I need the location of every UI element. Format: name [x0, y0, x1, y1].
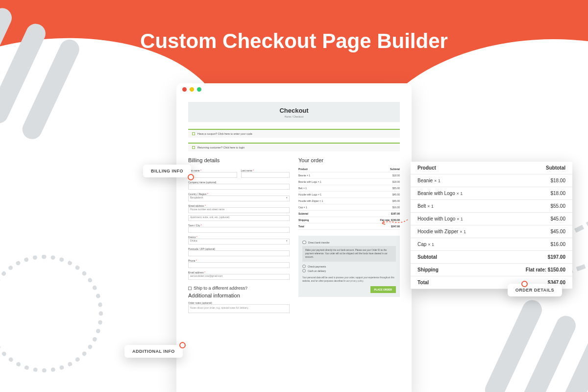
table-row: Cap × 1$16.00: [298, 204, 400, 211]
table-row: Hoodie with Zipper × 1$45.00: [298, 198, 400, 204]
zoom-subtotal-value: $197.00: [548, 254, 565, 260]
order-notes-field[interactable]: Notes about your order, e.g. special not…: [188, 304, 290, 313]
maximize-icon: [197, 87, 201, 92]
table-row: Hoodie with Logo × 1$45.00: [411, 213, 572, 225]
ship-different-label: Ship to a different address?: [194, 286, 247, 291]
callout-billing-info: BILLING INFO: [143, 165, 191, 177]
zoom-col-product: Product: [417, 165, 436, 171]
payment-bank-transfer[interactable]: Direct bank transfer: [302, 241, 396, 244]
order-column: Your order ProductSubtotal Beanie × 1$18…: [298, 156, 400, 313]
page-headline: Custom Checkout Page Builder: [0, 29, 588, 53]
breadcrumb: Home / Checkout: [188, 115, 400, 118]
table-row: Belt × 1$55.00: [298, 185, 400, 192]
zoom-subtotal-label: Subtotal: [417, 254, 437, 260]
table-row: Beanie × 1$18.00: [298, 172, 400, 179]
col-subtotal: Subtotal: [390, 168, 400, 171]
total-label: Total: [298, 225, 304, 228]
zoom-total-label: Total: [417, 280, 429, 285]
postcode-field[interactable]: [188, 250, 290, 256]
coupon-notice[interactable]: Have a coupon? Click here to enter your …: [188, 129, 400, 138]
zoom-shipping-label: Shipping: [417, 267, 439, 272]
company-field[interactable]: [188, 184, 290, 190]
coupon-text: Have a coupon?: [197, 132, 217, 135]
first-name-field[interactable]: [188, 172, 237, 178]
close-icon: [182, 87, 187, 92]
order-heading: Your order: [298, 157, 400, 163]
browser-mockup: Checkout Home / Checkout Have a coupon? …: [176, 83, 412, 392]
radio-icon: [302, 269, 306, 272]
info-icon: [192, 132, 195, 135]
radio-selected-icon: [302, 241, 306, 244]
coupon-link[interactable]: Click here to enter your code: [217, 132, 252, 135]
callout-additional-info: ADDITIONAL INFO: [124, 345, 183, 358]
table-row: Beanie with Logo × 1$18.00: [411, 187, 572, 200]
table-row: Hoodie with Zipper × 1$45.00: [411, 225, 572, 238]
town-field[interactable]: [188, 227, 290, 233]
table-row: Cap × 1$16.00: [411, 238, 572, 251]
subtotal-value: $197.00: [391, 212, 400, 215]
zoom-shipping-value: Flat rate: $150.00: [526, 267, 565, 272]
billing-heading: Billing details: [188, 157, 290, 163]
email-field[interactable]: asroutulislam.cse@gmail.com: [188, 274, 290, 280]
chevron-down-icon: ▾: [286, 239, 288, 242]
bank-transfer-desc: Make your payment directly into our bank…: [302, 246, 396, 262]
returning-link[interactable]: Click here to login: [222, 146, 245, 149]
order-details-zoom: ProductSubtotal Beanie × 1$18.00Beanie w…: [411, 162, 572, 289]
col-product: Product: [298, 168, 308, 171]
phone-field[interactable]: [188, 262, 290, 268]
billing-column: Billing details First name * Last name *…: [188, 156, 290, 313]
table-row: Beanie × 1$18.00: [411, 174, 572, 187]
payment-check[interactable]: Check payments: [302, 265, 396, 268]
street1-field[interactable]: House number and street name: [188, 207, 290, 213]
place-order-button[interactable]: PLACE ORDER: [370, 286, 396, 293]
table-row: Beanie with Logo × 1$18.00: [298, 179, 400, 185]
info-icon: [192, 146, 195, 149]
privacy-link[interactable]: privacy policy: [350, 280, 364, 282]
table-row: Hoodie with Logo × 1$45.00: [298, 192, 400, 198]
returning-notice[interactable]: Returning customer? Click here to login: [188, 143, 400, 151]
page-header: Checkout Home / Checkout: [188, 102, 400, 122]
table-row: Belt × 1$55.00: [411, 200, 572, 213]
decorative-dotted-circle: [0, 255, 103, 372]
payment-box: Direct bank transfer Make your payment d…: [298, 236, 400, 297]
checkbox-icon: [188, 287, 192, 290]
minimize-icon: [190, 87, 194, 92]
district-select[interactable]: Dhaka▾: [188, 239, 290, 245]
chevron-down-icon: ▾: [286, 196, 288, 199]
last-name-field[interactable]: [241, 172, 290, 178]
zoom-col-subtotal: Subtotal: [546, 165, 565, 171]
privacy-notice: Your personal data will be used to proce…: [302, 276, 396, 283]
street2-field[interactable]: Apartment, suite, unit, etc. (optional): [188, 215, 290, 221]
radio-icon: [302, 265, 306, 268]
breadcrumb-current: Checkout: [293, 115, 303, 118]
callout-order-details: ORDER DETAILS: [508, 284, 562, 296]
subtotal-label: Subtotal: [298, 212, 308, 215]
returning-text: Returning customer?: [197, 146, 222, 149]
ship-different-checkbox[interactable]: Ship to a different address?: [188, 286, 290, 291]
payment-cod[interactable]: Cash on delivery: [302, 269, 396, 272]
page-title: Checkout: [188, 107, 400, 114]
additional-heading: Additional information: [188, 293, 290, 298]
shipping-label: Shipping: [298, 219, 309, 221]
breadcrumb-home[interactable]: Home: [285, 115, 291, 118]
browser-chrome: [176, 83, 412, 96]
country-select[interactable]: Bangladesh▾: [188, 196, 290, 201]
decorative-stripes-bottom: [473, 293, 588, 392]
arrow-connector-icon: [379, 218, 409, 227]
